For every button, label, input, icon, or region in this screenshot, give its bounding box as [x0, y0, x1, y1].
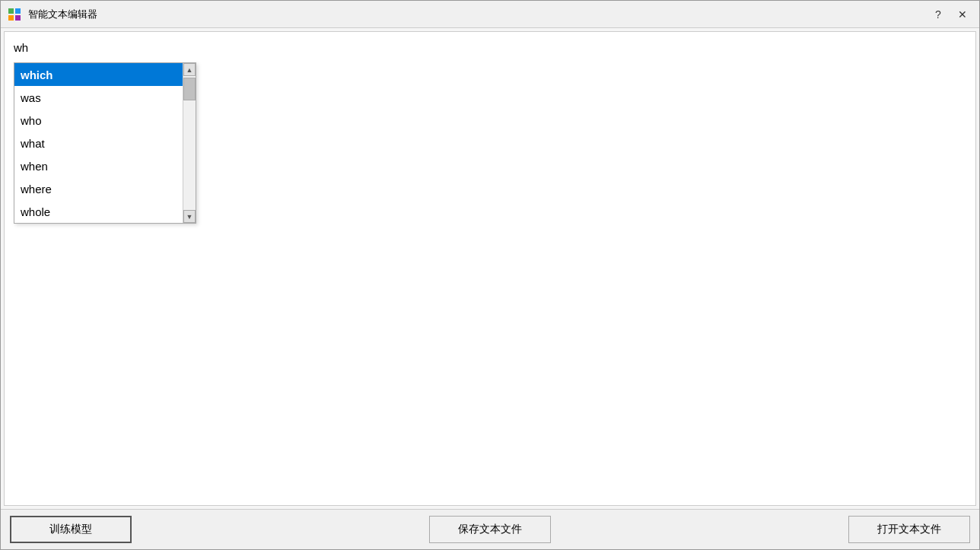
dropdown-item-where[interactable]: where	[14, 177, 183, 200]
titlebar: 智能文本编辑器 ? ✕	[1, 1, 979, 28]
open-file-button[interactable]: 打开文本文件	[848, 516, 970, 543]
scrollbar-thumb-area	[183, 76, 196, 210]
svg-rect-3	[15, 15, 21, 21]
scroll-up-button[interactable]: ▲	[183, 63, 196, 76]
titlebar-controls: ? ✕	[928, 5, 973, 24]
window-title: 智能文本编辑器	[28, 8, 921, 21]
svg-rect-2	[8, 15, 14, 21]
dropdown-list: whichwaswhowhatwhenwherewhole	[14, 63, 183, 223]
dropdown-item-was[interactable]: was	[14, 86, 183, 109]
dropdown-item-who[interactable]: who	[14, 109, 183, 132]
scrollbar-thumb[interactable]	[183, 78, 196, 100]
train-model-button[interactable]: 训练模型	[10, 516, 132, 543]
svg-rect-1	[15, 8, 21, 14]
autocomplete-dropdown: whichwaswhowhatwhenwherewhole ▲ ▼	[14, 62, 196, 224]
dropdown-item-which[interactable]: which	[14, 63, 183, 86]
save-file-button[interactable]: 保存文本文件	[429, 516, 551, 543]
app-icon	[7, 7, 22, 22]
scroll-down-button[interactable]: ▼	[183, 210, 196, 223]
dropdown-item-what[interactable]: what	[14, 132, 183, 154]
help-button[interactable]: ?	[928, 5, 949, 24]
scrollbar-track: ▲ ▼	[183, 63, 196, 223]
svg-rect-0	[8, 8, 14, 14]
dropdown-item-when[interactable]: when	[14, 154, 183, 177]
editor-area: wh whichwaswhowhatwhenwherewhole ▲ ▼	[4, 31, 976, 506]
close-button[interactable]: ✕	[952, 5, 973, 24]
footer-toolbar: 训练模型 保存文本文件 打开文本文件	[1, 509, 979, 549]
dropdown-item-whole[interactable]: whole	[14, 200, 183, 223]
main-window: 智能文本编辑器 ? ✕ wh whichwaswhowhatwhenwherew…	[0, 0, 980, 550]
